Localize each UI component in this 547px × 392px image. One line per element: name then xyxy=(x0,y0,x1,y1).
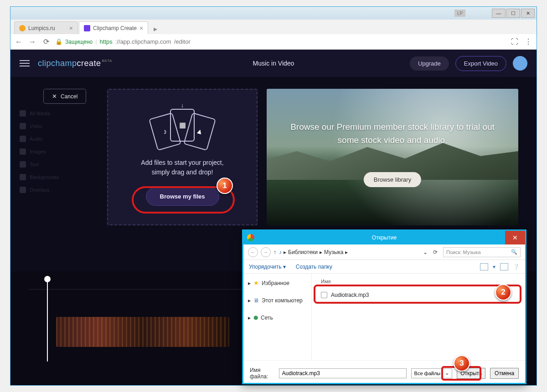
sidebar-item[interactable]: Video xyxy=(20,123,98,129)
dropdown-icon[interactable]: ⌄ xyxy=(423,249,428,255)
pc-icon: 🖥 xyxy=(253,297,259,304)
reload-icon[interactable]: ⟳ xyxy=(41,37,51,46)
playhead[interactable] xyxy=(47,280,48,361)
tab-label: Lumpics.ru xyxy=(28,25,55,31)
cancel-button[interactable]: ✕ Cancel xyxy=(43,89,86,104)
dialog-close-button[interactable]: ✕ xyxy=(505,231,525,244)
bg-icon xyxy=(20,174,26,180)
address-bar: ← → ⟳ 🔒 Защищено | https://app.clipchamp… xyxy=(10,34,537,50)
url-proto: https xyxy=(100,38,113,45)
help-icon[interactable]: ❔ xyxy=(513,264,520,270)
filename-input[interactable] xyxy=(279,368,407,378)
app-logo: clipchampcreateBETA xyxy=(38,59,112,68)
callout-3: 3 xyxy=(454,355,470,372)
favicon-icon xyxy=(84,25,90,31)
nav-forward-icon[interactable]: → xyxy=(261,247,271,257)
organize-menu[interactable]: Упорядочить ▾ xyxy=(249,264,286,270)
app-header: clipchampcreateBETA Music in Video Upgra… xyxy=(10,50,537,77)
new-folder-button[interactable]: Создать папку xyxy=(296,264,332,270)
url-host: ://app.clipchamp.com xyxy=(115,38,171,45)
chevron-icon: ▸ xyxy=(248,315,251,321)
tree-favorites[interactable]: ▸★Избранное xyxy=(247,277,308,289)
sidebar-item[interactable]: Overlays xyxy=(20,187,98,193)
sidebar-item[interactable]: Images xyxy=(20,148,98,155)
chrome-icon xyxy=(247,234,254,241)
media-icon xyxy=(20,110,26,117)
close-icon[interactable]: × xyxy=(139,25,143,32)
dialog-title: Открытие xyxy=(372,234,397,241)
menu-icon[interactable]: ⋮ xyxy=(524,37,533,46)
dialog-titlebar: Открытие ✕ xyxy=(243,231,525,244)
cancel-label: Cancel xyxy=(61,93,77,100)
window-close[interactable]: ✕ xyxy=(521,9,535,18)
view-icon[interactable] xyxy=(480,263,488,270)
dropzone-panel[interactable]: ↓ ♪ ▦ ▲ Add files to start your project,… xyxy=(107,89,258,225)
dialog-nav: ← → ↑ ♪ ▸ Библиотеки ▸ Музыка ▸ ⌄ ⟳ Поис… xyxy=(243,244,525,260)
secure-label: Защищено xyxy=(65,39,93,45)
window-titlebar: LP — ☐ ✕ xyxy=(10,7,537,20)
music-icon: ♪ xyxy=(279,249,282,255)
browse-library-button[interactable]: Browse library xyxy=(364,172,421,187)
file-list[interactable]: Имя Audiotrack.mp3 xyxy=(312,274,525,360)
back-icon[interactable]: ← xyxy=(14,38,23,46)
lp-badge: LP xyxy=(454,10,465,17)
project-title[interactable]: Music in Video xyxy=(253,60,294,67)
dropzone-text: Add files to start your project, simply … xyxy=(141,158,223,177)
cancel-button[interactable]: Отмена xyxy=(490,368,519,379)
tab-lumpics[interactable]: Lumpics.ru × xyxy=(14,21,78,34)
chevron-icon: ▸ xyxy=(248,297,251,304)
annotation-highlight xyxy=(314,285,521,304)
network-icon: ⬢ xyxy=(253,315,258,321)
overlay-icon xyxy=(20,187,26,193)
media-cards-icon: ↓ ♪ ▦ ▲ xyxy=(153,109,212,150)
folder-tree[interactable]: ▸★Избранное ▸🖥Этот компьютер ▸⬢Сеть xyxy=(243,274,312,360)
star-icon: ★ xyxy=(253,280,259,286)
breadcrumb[interactable]: ♪ ▸ Библиотеки ▸ Музыка ▸ xyxy=(279,249,420,255)
sidebar-item[interactable]: Text xyxy=(20,161,98,168)
audio-icon xyxy=(20,136,26,142)
timeline-clip[interactable] xyxy=(56,317,229,347)
tab-clipchamp[interactable]: Clipchamp Create × xyxy=(79,21,148,34)
hamburger-icon[interactable] xyxy=(20,60,30,66)
search-input[interactable]: Поиск: Музыка 🔍 xyxy=(443,247,521,257)
window-maximize[interactable]: ☐ xyxy=(506,9,520,18)
callout-2: 2 xyxy=(495,284,511,300)
sidebar-item[interactable]: Backgrounds xyxy=(20,174,98,180)
translate-icon[interactable]: ⛶ xyxy=(510,38,519,46)
sidebar-item[interactable]: All Media xyxy=(20,110,98,117)
close-icon[interactable]: × xyxy=(69,25,73,32)
tree-this-pc[interactable]: ▸🖥Этот компьютер xyxy=(247,295,308,306)
video-icon xyxy=(20,123,26,129)
new-tab-button[interactable]: ▸ xyxy=(149,23,162,34)
avatar[interactable] xyxy=(513,56,527,71)
export-button[interactable]: Export Video xyxy=(455,56,506,71)
window-minimize[interactable]: — xyxy=(492,9,506,18)
sidebar-item[interactable]: Audio xyxy=(20,136,98,142)
sidebar: All Media Video Audio Images Text Backgr… xyxy=(16,110,98,193)
dialog-toolbar: Упорядочить ▾ Создать папку ▾ ❔ xyxy=(243,260,525,274)
nav-back-icon[interactable]: ← xyxy=(248,247,258,257)
tree-network[interactable]: ▸⬢Сеть xyxy=(247,312,308,323)
callout-1: 1 xyxy=(217,178,233,194)
dialog-footer: Имя файла: Все файлы⌄ Открыть Отмена xyxy=(243,360,525,386)
chevron-icon: ▸ xyxy=(248,280,251,286)
forward-icon[interactable]: → xyxy=(28,38,37,46)
url-path: /editor xyxy=(174,38,191,45)
close-icon: ✕ xyxy=(52,93,57,100)
stock-preview: Browse our Premium member stock library … xyxy=(267,89,518,225)
url-input[interactable]: 🔒 Защищено | https://app.clipchamp.com/e… xyxy=(55,38,506,45)
lock-icon: 🔒 xyxy=(55,38,62,45)
image-icon xyxy=(20,148,26,155)
favicon-icon xyxy=(19,25,26,31)
tab-label: Clipchamp Create xyxy=(93,25,137,31)
file-open-dialog: Открытие ✕ ← → ↑ ♪ ▸ Библиотеки ▸ Музыка… xyxy=(242,229,526,384)
browser-tabs: Lumpics.ru × Clipchamp Create × ▸ xyxy=(10,20,537,34)
filename-label: Имя файла: xyxy=(250,367,274,380)
nav-up-icon[interactable]: ↑ xyxy=(274,249,276,255)
refresh-icon[interactable]: ⟳ xyxy=(430,249,440,255)
upgrade-button[interactable]: Upgrade xyxy=(410,56,449,71)
preview-pane-icon[interactable] xyxy=(500,263,508,270)
search-icon: 🔍 xyxy=(511,249,517,255)
preview-text: Browse our Premium member stock library … xyxy=(267,121,518,147)
text-icon xyxy=(20,161,26,168)
